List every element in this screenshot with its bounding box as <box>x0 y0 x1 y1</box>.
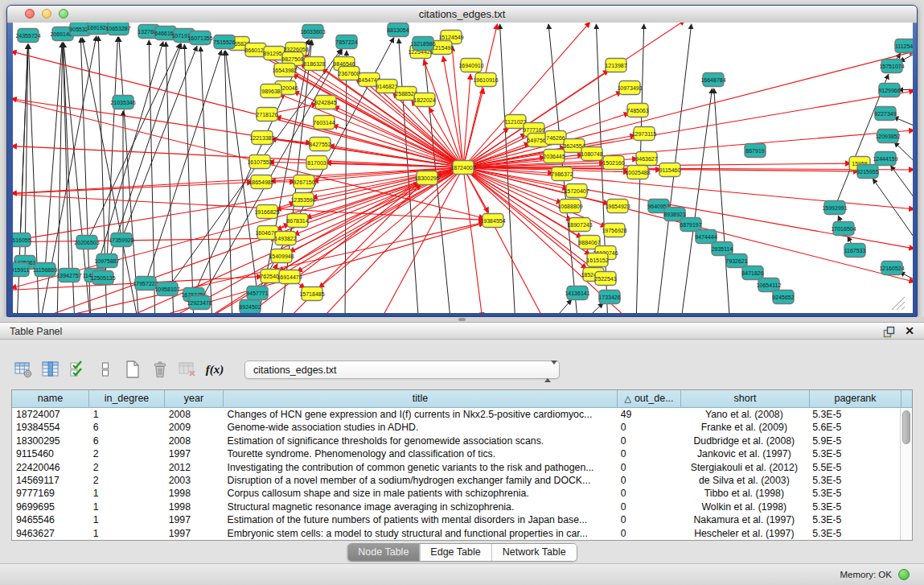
table-cell[interactable]: 9777169 <box>12 487 89 500</box>
table-cell[interactable]: 9115460 <box>12 447 89 460</box>
network-node[interactable]: 16107553 <box>247 155 272 169</box>
network-node[interactable]: 7603144 <box>313 116 335 130</box>
network-node[interactable]: 24355724 <box>15 29 40 43</box>
table-cell[interactable]: Tourette syndrome. Phenomenology and cla… <box>224 447 617 460</box>
float-panel-icon[interactable] <box>883 326 895 338</box>
network-node[interactable]: 1615152 <box>586 253 608 267</box>
network-node[interactable]: 8924502 <box>239 300 261 314</box>
table-cell[interactable]: 2 <box>89 447 165 460</box>
table-cell[interactable]: 5.3E-5 <box>808 408 900 421</box>
network-node[interactable]: 1080748 <box>581 147 602 161</box>
table-cell[interactable]: 1 <box>89 408 165 421</box>
table-cell[interactable]: 1997 <box>165 527 224 540</box>
network-node[interactable]: 3915911 <box>13 263 29 277</box>
tab-node-table[interactable]: Node Table <box>347 544 419 561</box>
network-node[interactable]: 9227349 <box>874 107 896 121</box>
network-node[interactable]: 12093852 <box>875 130 900 143</box>
table-cell[interactable]: 0 <box>617 474 680 487</box>
network-node[interactable]: 16914479 <box>277 270 302 284</box>
table-cell[interactable]: 6 <box>89 435 165 447</box>
table-row[interactable]: 1830029562008Estimation of significance … <box>12 435 900 447</box>
network-node[interactable]: 17016504 <box>831 222 856 236</box>
memory-status-light-icon[interactable] <box>898 569 910 580</box>
table-cell[interactable]: 2009 <box>165 421 224 434</box>
table-cell[interactable]: 18724007 <box>12 408 89 421</box>
delete-columns-icon[interactable] <box>148 358 172 381</box>
table-cell[interactable]: Jankovic et al. (1997) <box>680 447 808 460</box>
network-node[interactable]: 9267150 <box>293 175 314 189</box>
table-cell[interactable]: 5.3E-5 <box>808 474 900 487</box>
network-node[interactable]: 16648784 <box>700 73 725 87</box>
network-node[interactable]: 16543982 <box>272 64 297 77</box>
select-all-icon[interactable] <box>66 358 90 381</box>
table-row[interactable]: 1456911722003Disruption of a novel membe… <box>12 474 900 487</box>
network-node[interactable]: 16071355 <box>187 31 212 45</box>
network-node[interactable]: 7485063 <box>626 104 648 117</box>
table-cell[interactable]: 5.3E-5 <box>808 527 900 540</box>
network-node[interactable]: 10653287 <box>105 23 130 35</box>
table-cell[interactable]: Estimation of the future numbers of pati… <box>224 513 617 526</box>
network-node[interactable]: 1213987 <box>605 59 626 72</box>
table-cell[interactable]: 22420046 <box>12 461 89 474</box>
network-node[interactable]: 12444159 <box>873 152 897 166</box>
table-cell[interactable]: 2012 <box>165 461 224 474</box>
network-node[interactable]: 9215955 <box>856 165 878 179</box>
network-node[interactable]: 10688809 <box>557 200 582 213</box>
network-node[interactable]: 14136141 <box>565 286 589 300</box>
table-row[interactable]: 2242004622012Investigating the contribut… <box>12 461 900 474</box>
network-node[interactable]: 9129966 <box>878 84 900 97</box>
table-cell[interactable]: 2003 <box>165 474 224 487</box>
table-cell[interactable]: Wolkin et al. (1998) <box>680 501 808 513</box>
network-node[interactable]: 1493822 <box>274 232 296 245</box>
network-node[interactable]: 8471826 <box>741 266 763 280</box>
resize-grip-icon[interactable] <box>897 302 905 310</box>
table-cell[interactable]: 5.3E-5 <box>808 501 900 513</box>
network-node[interactable]: 13218586 <box>410 37 435 51</box>
table-cell[interactable]: Investigating the contribution of common… <box>224 461 617 474</box>
table-cell[interactable]: Nakamura et al. (1997) <box>680 513 808 526</box>
network-node[interactable]: 9115460 <box>659 163 681 177</box>
table-cell[interactable]: Estimation of significance thresholds fo… <box>224 435 617 447</box>
column-header-short[interactable]: short <box>681 390 810 408</box>
network-node[interactable]: 10973493 <box>617 81 642 95</box>
network-node[interactable]: 16940910 <box>458 59 483 72</box>
network-node[interactable]: 18724007 <box>450 161 475 175</box>
column-header-name[interactable]: name <box>12 390 89 408</box>
network-node[interactable]: 1502160 <box>602 156 624 170</box>
network-node[interactable]: 12973115 <box>632 127 657 141</box>
table-cell[interactable]: Disruption of a novel member of a sodium… <box>224 474 617 487</box>
table-cell[interactable]: 5.3E-5 <box>808 513 900 526</box>
table-cell[interactable]: Structural magnetic resonance image aver… <box>224 501 617 513</box>
table-cell[interactable]: 0 <box>617 513 680 526</box>
network-node[interactable]: 7986372 <box>551 167 573 181</box>
network-node[interactable]: 8678314 <box>286 214 308 228</box>
table-cell[interactable]: 0 <box>617 487 680 500</box>
column-header-pagerank[interactable]: pagerank <box>810 390 901 408</box>
table-cell[interactable]: 0 <box>617 435 680 447</box>
network-node[interactable]: 8427552 <box>309 138 331 151</box>
network-node[interactable]: 12213383 <box>249 131 274 145</box>
network-node[interactable]: 8186328 <box>303 57 325 71</box>
table-cell[interactable]: 2 <box>89 474 165 487</box>
window-titlebar[interactable]: citations_edges.txt <box>7 6 917 23</box>
table-cell[interactable]: Stergiakouli et al. (2012) <box>680 461 808 474</box>
column-header-out_de[interactable]: △out_de... <box>618 390 681 408</box>
network-node[interactable]: 15720407 <box>564 184 589 198</box>
network-node[interactable]: 19654923 <box>605 200 630 213</box>
network-node[interactable]: 2367608 <box>338 67 359 80</box>
clear-selection-icon[interactable] <box>93 358 117 381</box>
network-node[interactable]: 10958107 <box>154 282 179 296</box>
new-column-icon[interactable] <box>121 358 145 381</box>
network-node[interactable]: 9242845 <box>314 96 336 109</box>
table-cell[interactable]: 49 <box>617 408 680 421</box>
table-settings-icon[interactable] <box>11 358 35 381</box>
table-cell[interactable]: de Silva et al. (2003) <box>680 474 808 487</box>
network-node[interactable]: 8813054 <box>387 23 409 37</box>
table-cell[interactable]: Corpus callosum shape and size in male p… <box>224 487 617 500</box>
table-selector-combobox[interactable]: citations_edges.txt <box>244 360 560 379</box>
table-cell[interactable]: 19384554 <box>12 421 89 434</box>
vertical-scrollbar[interactable] <box>900 408 912 540</box>
table-row[interactable]: 1938455462009Genome-wide association stu… <box>12 421 900 434</box>
network-node[interactable]: 2522543 <box>594 272 616 286</box>
table-cell[interactable]: 1 <box>89 487 165 500</box>
